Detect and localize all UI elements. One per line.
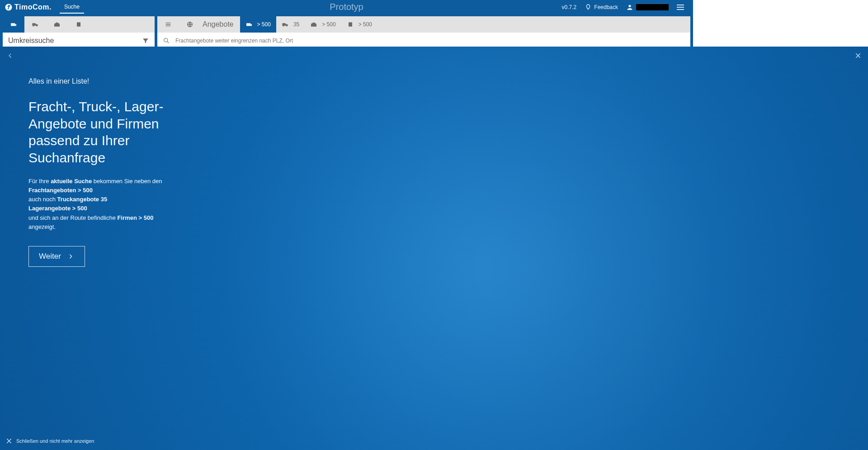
truck-icon [32,21,39,28]
bulb-icon [585,4,592,11]
chevron-right-icon [67,253,75,260]
svg-rect-0 [11,23,15,26]
category-count: > 500 [359,21,372,28]
brand-text: TimoCom. [14,3,52,11]
left-tab-truck[interactable] [24,16,46,33]
globe-icon [186,21,193,28]
freight-icon [10,21,17,28]
text-bold: aktuelle Suche [51,178,92,185]
chevron-left-icon [6,52,14,59]
right-tabbar: Angebote > 500 35 > 500 > 500 [157,16,690,33]
category-tab-freight[interactable]: > 500 [240,16,276,33]
menu-button[interactable] [677,5,684,10]
brand-glyph-icon [5,3,13,11]
text-bold: Frachtangeboten > 500 [28,187,93,194]
category-count: > 500 [322,21,335,28]
onboarding-overlay: Alles in einer Liste! Fracht-, Truck-, L… [0,47,693,360]
svg-rect-7 [250,24,252,26]
category-tab-storage[interactable]: > 500 [305,16,341,33]
environment-label: Prototyp [330,2,363,12]
nav-tab-search[interactable]: Suche [60,1,84,14]
text: angezeigt. [28,223,56,230]
overlay-next-label: Weiter [39,252,61,261]
left-tab-freight[interactable] [3,16,24,33]
overlay-paragraph: Für Ihre aktuelle Suche bekommen Sie neb… [28,177,164,232]
header-right-cluster: v0.7.2 Feedback [562,4,693,11]
app-header: TimoCom. Suche Prototyp v0.7.2 Feedback [0,0,693,14]
category-count: 35 [293,21,299,28]
feedback-button[interactable]: Feedback [585,4,618,11]
user-name-redacted [636,4,669,10]
filter-icon[interactable] [142,37,149,44]
left-tab-storage[interactable] [46,16,68,33]
overlay-kicker: Alles in einer Liste! [28,77,196,85]
category-tab-company[interactable]: > 500 [341,16,377,33]
text-bold: Truckangebote 35 [57,196,108,203]
text-bold: Firmen > 500 [118,214,154,221]
truck-icon [282,21,289,28]
list-icon [165,21,172,28]
company-icon [347,21,354,28]
offers-filter-input[interactable] [175,38,685,44]
left-tabbar [3,16,155,33]
category-count: > 500 [257,21,271,28]
offers-heading: Angebote [201,20,240,28]
freight-icon [245,21,253,28]
svg-rect-10 [349,22,352,26]
view-globe-button[interactable] [179,16,201,33]
svg-point-3 [36,25,38,27]
svg-point-8 [283,25,284,27]
radius-search-label: Umkreissuche [8,37,54,45]
storage-icon [310,21,317,28]
storage-icon [53,21,61,28]
text: bekommen Sie neben den [92,178,162,185]
search-icon [163,37,170,44]
overlay-title: Fracht-, Truck-, Lager-Angebote und Firm… [28,98,196,166]
text: Für Ihre [28,178,51,185]
account-menu[interactable] [626,4,669,11]
text: auch noch [28,196,57,203]
overlay-content: Alles in einer Liste! Fracht-, Truck-, L… [28,77,196,267]
user-icon [626,4,633,11]
view-list-button[interactable] [157,16,179,33]
company-icon [75,21,82,28]
svg-point-9 [286,25,288,27]
svg-rect-1 [15,24,16,26]
text-bold: Lagerangebote > 500 [28,205,87,212]
svg-line-12 [167,42,169,43]
svg-point-11 [164,38,168,42]
svg-rect-6 [246,23,250,26]
overlay-prev-button[interactable] [6,52,14,61]
overlay-next-button[interactable]: Weiter [28,246,85,267]
feedback-label: Feedback [594,4,618,10]
text: und sich an der Route befindliche [28,214,118,221]
brand-logo[interactable]: TimoCom. [0,3,56,11]
left-tab-company[interactable] [68,16,90,33]
svg-point-2 [33,25,34,27]
category-tab-truck[interactable]: 35 [276,16,305,33]
svg-rect-4 [77,22,80,26]
version-label: v0.7.2 [562,4,577,10]
